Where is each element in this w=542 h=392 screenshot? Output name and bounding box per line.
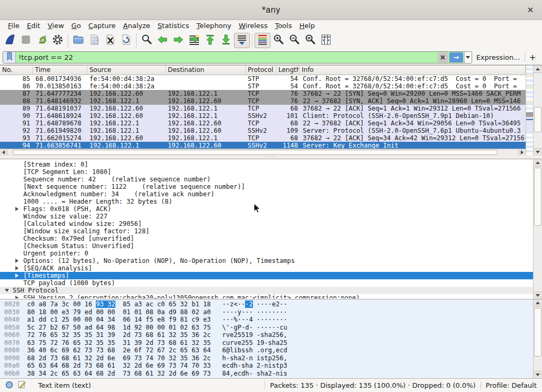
- scroll-right-arrow[interactable]: [518, 149, 526, 156]
- column-header-time[interactable]: Time: [33, 66, 87, 75]
- scroll-up-arrow[interactable]: [534, 66, 542, 73]
- title-bar[interactable]: *any ✕: [0, 0, 542, 20]
- profile-label[interactable]: Profile: Default: [486, 381, 537, 389]
- detail-vscrollbar[interactable]: [533, 159, 542, 299]
- expression-button[interactable]: Expression...: [475, 53, 521, 61]
- menu-statistics[interactable]: Statistics: [154, 21, 193, 30]
- scroll-up-arrow[interactable]: [534, 299, 542, 307]
- detail-line-7[interactable]: Window size value: 227: [0, 213, 542, 220]
- add-filter-button[interactable]: +: [528, 52, 539, 62]
- collapsed-expander-icon[interactable]: [15, 296, 19, 298]
- column-header-source[interactable]: Source: [87, 66, 166, 75]
- go-forward-button[interactable]: [170, 33, 186, 48]
- packet-list-vscrollbar[interactable]: [533, 66, 542, 156]
- auto-scroll-button[interactable]: [234, 33, 250, 48]
- detail-line-10[interactable]: Checksum: 0x79ed [unverified]: [0, 235, 542, 242]
- detail-line-2[interactable]: Sequence number: 42 (relative sequence n…: [0, 176, 542, 183]
- column-header-info[interactable]: Info: [300, 66, 526, 75]
- resize-columns-button[interactable]: [318, 33, 334, 48]
- column-header-destination[interactable]: Destination: [166, 66, 246, 75]
- hex-row-0060[interactable]: 0060 72 76 65 32 35 35 31 39 2d 73 68 61…: [4, 331, 542, 339]
- detail-line-18[interactable]: SSH Version 2 (encryption:chacha20-poly1…: [0, 294, 542, 298]
- hex-row-00a0[interactable]: 00a0 65 63 64 68 2d 73 68 61 32 2d 6e 69…: [4, 362, 542, 370]
- zoom-in-button[interactable]: [270, 33, 286, 48]
- scroll-down-arrow[interactable]: [534, 148, 542, 156]
- save-file-button[interactable]: 010101100011: [86, 33, 102, 48]
- column-header-no[interactable]: No.: [0, 66, 33, 75]
- vscroll-thumb[interactable]: [534, 308, 541, 357]
- packet-row-91[interactable]: 9171.648789678192.168.122.1192.168.122.6…: [0, 120, 526, 127]
- column-header-length[interactable]: Length: [276, 66, 300, 75]
- bytes-vscrollbar[interactable]: [533, 299, 542, 378]
- packet-row-85[interactable]: 8568.001734936fe:54:00:d4:38:2aSTP54Conf…: [0, 75, 526, 83]
- detail-line-16[interactable]: TCP payload (1080 bytes): [0, 279, 542, 287]
- collapsed-expander-icon[interactable]: [15, 274, 19, 278]
- collapsed-expander-icon[interactable]: [15, 259, 19, 263]
- colorize-button[interactable]: [255, 33, 270, 48]
- menu-capture[interactable]: Capture: [85, 21, 120, 30]
- packet-row-93[interactable]: 9371.662015274192.168.122.60192.168.122.…: [0, 134, 526, 142]
- close-window-button[interactable]: ✕: [525, 5, 536, 15]
- display-filter-input[interactable]: !tcp.port == 22: [16, 53, 438, 61]
- hex-row-0080[interactable]: 0080 36 40 6c 69 62 73 73 68 2e 6f 72 67…: [4, 347, 542, 354]
- close-file-button[interactable]: [102, 33, 118, 48]
- scroll-down-arrow[interactable]: [534, 291, 542, 299]
- open-file-button[interactable]: [70, 33, 86, 48]
- packet-row-88[interactable]: 8871.648146932192.168.122.1192.168.122.6…: [0, 97, 526, 105]
- detail-line-1[interactable]: [TCP Segment Len: 1080]: [0, 168, 542, 176]
- vscroll-thumb[interactable]: [534, 168, 541, 226]
- detail-line-4[interactable]: Acknowledgment number: 34 (relative ack …: [0, 190, 542, 198]
- scroll-left-arrow[interactable]: [0, 149, 7, 156]
- collapsed-expander-icon[interactable]: [15, 266, 19, 270]
- filter-bookmark-button[interactable]: [3, 52, 16, 63]
- detail-line-14[interactable]: [SEQ/ACK analysis]: [0, 265, 542, 272]
- capture-comment-icon[interactable]: [18, 380, 26, 390]
- menu-telephony[interactable]: Telephony: [193, 21, 235, 30]
- hex-row-00b0[interactable]: 00b0 38 34 2c 65 63 64 68 2d 73 68 61 32…: [4, 370, 542, 378]
- menu-go[interactable]: Go: [68, 21, 85, 30]
- detail-line-0[interactable]: [Stream index: 0]: [0, 161, 542, 168]
- menu-view[interactable]: View: [44, 21, 68, 30]
- hex-row-0070[interactable]: 0070 63 75 72 76 65 32 35 35 31 39 2d 73…: [4, 339, 542, 347]
- menu-wireless[interactable]: Wireless: [235, 21, 271, 30]
- start-capture-button[interactable]: [2, 33, 18, 48]
- packet-row-94[interactable]: 9471.663856741192.168.122.1192.168.122.6…: [0, 142, 526, 149]
- detail-line-17[interactable]: SSH Protocol: [0, 287, 542, 294]
- go-first-packet-button[interactable]: [202, 33, 218, 48]
- filter-apply-button[interactable]: →: [449, 52, 463, 62]
- filter-clear-button[interactable]: [438, 52, 448, 62]
- detail-line-3[interactable]: [Next sequence number: 1122 (relative se…: [0, 183, 542, 190]
- menu-edit[interactable]: Edit: [23, 21, 44, 30]
- packet-row-86[interactable]: 8670.013850163fe:54:00:d4:38:2aSTP54Conf…: [0, 83, 526, 90]
- packet-row-87[interactable]: 8771.647777234192.168.122.60192.168.122.…: [0, 90, 526, 97]
- packet-row-90[interactable]: 9071.648618924192.168.122.60192.168.122.…: [0, 112, 526, 120]
- packet-row-89[interactable]: 8971.648191037192.168.122.60192.168.122.…: [0, 105, 526, 112]
- detail-line-15[interactable]: [Timestamps]: [0, 272, 542, 279]
- capture-options-button[interactable]: [50, 33, 66, 48]
- go-last-packet-button[interactable]: [218, 33, 234, 48]
- packet-list-hscrollbar[interactable]: [0, 149, 526, 156]
- hscroll-thumb[interactable]: [13, 150, 498, 155]
- hscroll-track[interactable]: [7, 149, 518, 156]
- detail-line-9[interactable]: [Window size scaling factor: 128]: [0, 227, 542, 235]
- hex-row-0040[interactable]: 0040 a1 dd c1 25 00 00 04 34 06 14 f5 e8…: [4, 316, 542, 324]
- detail-line-6[interactable]: Flags: 0x018 (PSH, ACK): [0, 205, 542, 213]
- menu-tools[interactable]: Tools: [271, 21, 295, 30]
- vscroll-thumb[interactable]: [534, 107, 541, 132]
- restart-capture-button[interactable]: [34, 33, 50, 48]
- hex-row-0090[interactable]: 0090 68 2d 73 68 61 32 2d 6e 69 73 74 70…: [4, 354, 542, 362]
- find-packet-button[interactable]: [139, 33, 155, 48]
- menu-help[interactable]: Help: [295, 21, 319, 30]
- expanded-expander-icon[interactable]: [5, 289, 9, 292]
- detail-line-5[interactable]: 1000 .... = Header Length: 32 bytes (8): [0, 198, 542, 205]
- expert-info-icon[interactable]: [5, 381, 13, 390]
- hex-row-0050[interactable]: 0050 5c 27 b2 67 50 ad 64 98 1d 92 00 00…: [4, 324, 542, 332]
- go-to-packet-button[interactable]: [186, 33, 202, 48]
- stop-capture-button[interactable]: [18, 33, 34, 48]
- hex-row-0020[interactable]: 0020 c0 a8 7a 3c 00 16 93 32 85 a3 ac c0…: [4, 300, 542, 308]
- detail-line-8[interactable]: [Calculated window size: 29056]: [0, 220, 542, 227]
- zoom-out-button[interactable]: [286, 33, 302, 48]
- column-header-protocol[interactable]: Protocol: [246, 66, 276, 75]
- scroll-up-arrow[interactable]: [534, 159, 542, 167]
- scroll-down-arrow[interactable]: [534, 371, 542, 378]
